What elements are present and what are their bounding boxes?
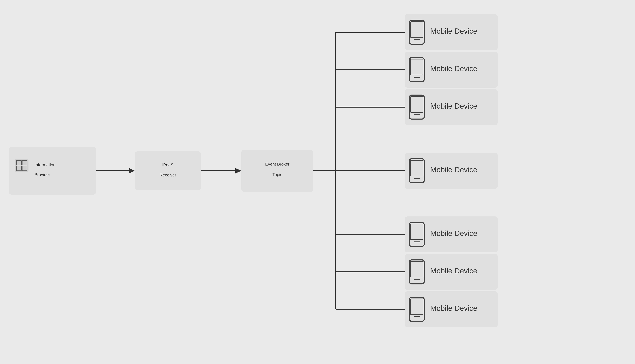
event-broker-node: Event Broker Topic (241, 150, 313, 192)
mobile-device-6-label: Mobile Device (430, 267, 477, 275)
mobile-device-2-label: Mobile Device (430, 64, 477, 73)
mobile-device-4-label: Mobile Device (430, 166, 477, 174)
ipaas-label1: iPaaS (162, 162, 174, 167)
info-provider-node: Information Provider (9, 147, 96, 195)
diagram-svg: Information Provider iPaaS Receiver Even… (0, 0, 635, 364)
ipaas-label2: Receiver (160, 173, 176, 177)
diagram-container: Information Provider iPaaS Receiver Even… (0, 0, 635, 364)
info-provider-label2: Provider (35, 172, 50, 177)
mobile-device-7: Mobile Device (405, 291, 498, 327)
mobile-device-4: Mobile Device (405, 153, 498, 189)
ipaas-box (135, 151, 201, 190)
mobile-device-1: Mobile Device (405, 14, 498, 50)
event-broker-label2: Topic (272, 172, 282, 177)
mobile-device-7-label: Mobile Device (430, 304, 477, 312)
event-broker-box (241, 150, 313, 192)
ipaas-node: iPaaS Receiver (135, 151, 201, 190)
mobile-device-5: Mobile Device (405, 216, 498, 252)
info-provider-label1: Information (35, 162, 56, 167)
event-broker-label1: Event Broker (265, 162, 289, 166)
mobile-device-3: Mobile Device (405, 89, 498, 125)
mobile-device-5-label: Mobile Device (430, 229, 477, 238)
mobile-device-1-label: Mobile Device (430, 27, 477, 35)
info-provider-icon (15, 159, 29, 172)
svg-rect-0 (15, 159, 29, 172)
mobile-device-2: Mobile Device (405, 52, 498, 88)
mobile-device-3-label: Mobile Device (430, 102, 477, 110)
mobile-device-6: Mobile Device (405, 254, 498, 290)
